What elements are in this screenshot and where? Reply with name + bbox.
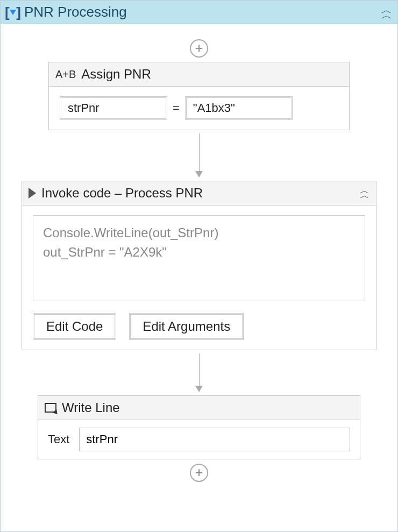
text-label: Text [48,432,69,446]
assign-activity[interactable]: A+B Assign PNR strPnr = "A1bx3" [48,62,350,130]
writeline-activity[interactable]: Write Line Text strPnr [38,395,360,459]
flow-connector [195,133,203,178]
assign-to-input[interactable]: strPnr [60,96,167,120]
equals-label: = [173,101,180,115]
assign-value-input[interactable]: "A1bx3" [185,96,293,120]
assign-title: Assign PNR [76,67,343,82]
writeline-text-input[interactable]: strPnr [79,428,350,451]
writeline-title: Write Line [56,400,353,415]
code-preview: Console.WriteLine(out_StrPnr) out_StrPnr… [33,215,365,301]
sequence-container: [ ] PNR Processing ︿︿ + A+B Assign PNR s… [0,0,398,532]
add-activity-bottom-button[interactable]: + [190,464,208,482]
writeline-icon [45,403,56,413]
play-icon [29,188,36,198]
edit-code-button[interactable]: Edit Code [33,313,116,340]
assign-icon: A+B [55,68,76,81]
add-activity-top-button[interactable]: + [190,39,208,58]
invoke-code-activity[interactable]: Invoke code – Process PNR ︿︿ Console.Wri… [22,181,376,350]
assign-header[interactable]: A+B Assign PNR [49,62,349,87]
edit-arguments-button[interactable]: Edit Arguments [129,313,244,340]
invoke-header[interactable]: Invoke code – Process PNR ︿︿ [22,181,376,205]
collapse-icon[interactable]: ︿︿ [381,7,392,18]
writeline-header[interactable]: Write Line [38,396,360,420]
invoke-title: Invoke code – Process PNR [36,186,360,201]
flow-connector [195,353,203,392]
sequence-icon: [ ] [6,5,20,19]
sequence-body: + A+B Assign PNR strPnr = "A1bx3" [1,24,397,531]
sequence-title-bar[interactable]: [ ] PNR Processing ︿︿ [1,1,397,24]
collapse-icon[interactable]: ︿︿ [360,188,369,198]
sequence-title: PNR Processing [20,4,381,20]
